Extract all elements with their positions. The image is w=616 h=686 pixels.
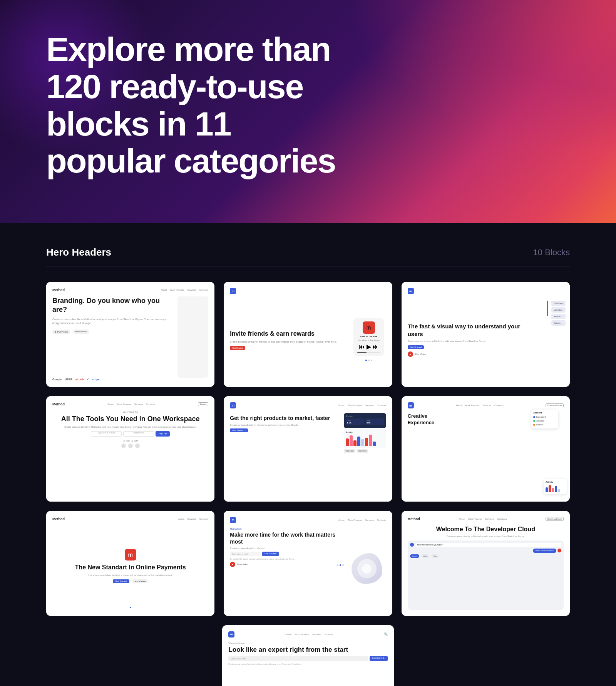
nav-link: About [285, 633, 291, 636]
block-card-workspace2[interactable]: m About Work Process Services Contacts 🔍… [222, 625, 393, 686]
email-input[interactable]: Type your e-mail [91, 431, 122, 437]
nav-link: About [161, 289, 167, 291]
social-row [52, 443, 208, 448]
card-content: The fast & visual way to understand your… [408, 299, 564, 381]
prev-icon[interactable]: ⏮ [359, 343, 365, 350]
account-label: Account [346, 415, 384, 417]
learn-more-btn[interactable]: Learn More [132, 579, 148, 583]
bar [552, 488, 554, 492]
mockup-bar: Reports [551, 320, 566, 326]
bar [558, 489, 560, 492]
card-inner: m Invite friends & earn rewards Create s… [224, 282, 392, 387]
block-card-creative[interactable]: m About Work Process Services Contacts D… [402, 396, 570, 501]
music-card: m Lost In The Fire SomeArtist In The Rep… [353, 318, 384, 356]
mini-logo-icon: m [232, 518, 234, 522]
small-label: Method 3.0 [230, 528, 343, 530]
block-card-payments[interactable]: Method About Services Contacts m The New… [46, 511, 214, 616]
activity-label: Activity [346, 431, 384, 433]
card-heading: Make more time for the work that matters… [230, 531, 343, 545]
mini-nav: Method About Work Process Services Conta… [52, 402, 208, 406]
search-area: 🔍 [384, 632, 388, 636]
next-icon[interactable]: ⏭ [373, 343, 379, 350]
bar [357, 437, 360, 446]
play-text: Play Video [237, 563, 248, 566]
card-heading: All The Tools You Need In One Workspace [52, 415, 208, 423]
get-started-btn[interactable]: Get Started [408, 345, 424, 349]
play-btn[interactable]: ▶ Play Video [52, 330, 70, 334]
block-card-make-time[interactable]: m About Work Process Services Contacts M… [224, 511, 392, 616]
card-content: WireFrame Kit All The Tools You Need In … [52, 411, 208, 450]
nav-link: Services [187, 289, 196, 291]
get-started-btn[interactable]: Get Started [230, 346, 245, 350]
m-logo: m [125, 549, 136, 561]
mini-nav-links: About Services Contacts [178, 518, 208, 520]
block-card-branding[interactable]: Method About Work Process Services Conta… [46, 282, 214, 387]
overlay-title: Account [533, 412, 556, 414]
play-icon[interactable]: ▶ [408, 351, 413, 357]
nav-link: Services [365, 404, 374, 407]
nav-link: About [456, 404, 462, 407]
blob-container [350, 551, 384, 586]
search-icon[interactable]: 🔍 [384, 632, 388, 636]
section-header: Hero Headers 10 Blocks [46, 246, 570, 258]
input-row: Type your e-mail Get Started › [228, 656, 387, 661]
label-chip: Total Views [357, 449, 368, 453]
quick-reply[interactable]: More [432, 554, 439, 558]
block-card-developer-cloud[interactable]: Method About Work Process Services Compa… [402, 511, 570, 616]
nav-link: Work Process [170, 289, 184, 291]
block-card-invite[interactable]: m Invite friends & earn rewards Create s… [224, 282, 392, 387]
music-subtitle: SomeArtist In The Report [358, 339, 379, 341]
nav-link: Services [482, 404, 491, 407]
dot-icon [533, 424, 535, 426]
right-col: Account Users 1.2K Sales 540 [344, 413, 386, 495]
get-started-btn[interactable]: Get Started [113, 579, 129, 583]
card-heading: Get the right products to market, faster [230, 415, 340, 422]
nav-link: Work Process [468, 518, 482, 520]
block-card-workspace[interactable]: Method About Work Process Services Conta… [46, 396, 214, 501]
dashboard-mock: Account Users 1.2K Sales 540 [344, 413, 386, 453]
nav-link: Contacts [146, 403, 155, 405]
mockup-bar: Chat Panel [551, 301, 566, 306]
logo-uber: UBER [65, 378, 72, 381]
mini-logo: Method [52, 517, 65, 521]
username-input[interactable]: Username [123, 431, 154, 437]
bar [555, 486, 557, 492]
dot [368, 360, 370, 361]
download-badge: Download Now [546, 403, 564, 407]
play-icon[interactable]: ▶ [367, 343, 371, 350]
activity-overlay: Activity [544, 479, 567, 494]
play-row: ▶ Play Video [230, 562, 343, 567]
list-item: Dashboard [533, 415, 556, 419]
play-text: Play Video [415, 353, 426, 355]
nav-link: Work Process [348, 519, 362, 521]
signup-btn[interactable]: Sign Up [156, 431, 170, 437]
quick-reply[interactable]: Support [410, 554, 419, 558]
nav-link: Services [312, 633, 321, 636]
quick-reply[interactable]: Billing [422, 554, 430, 558]
card-content: Website Design Look like an expert right… [228, 642, 387, 686]
social-icon-3[interactable] [135, 443, 140, 448]
card-heading: The fast & visual way to understand your… [408, 323, 521, 338]
get-started-btn[interactable]: Get Started [262, 552, 279, 556]
block-card-products[interactable]: m About Work Process Services Contacts G… [224, 396, 392, 501]
play-icon[interactable]: ▶ [230, 562, 235, 567]
read-more-btn[interactable]: Read More [73, 330, 89, 334]
mini-nav-links: About Work Process Services Company [459, 518, 507, 520]
mini-logo-icon: m [232, 289, 234, 293]
email-input[interactable]: Type your e-mail [228, 656, 368, 661]
social-icon-1[interactable] [121, 443, 126, 448]
card-desc: Create screens directly in Method or add… [52, 426, 208, 428]
block-card-analytics[interactable]: m The fast & visual way to understand yo… [402, 282, 570, 387]
logo-nike: ✓ [87, 378, 89, 381]
social-icon-2[interactable] [128, 443, 133, 448]
mockup-bar: Users List [551, 307, 566, 313]
nav-link: Work Process [348, 404, 362, 407]
get-started-btn[interactable]: Get Started › [230, 428, 248, 432]
input-row: Type your e-mail Get Started [230, 552, 343, 556]
get-started-btn[interactable]: Get Started › [370, 656, 387, 661]
card-desc: Create screens directly in Method or add… [408, 535, 564, 537]
bar [373, 442, 376, 446]
mini-nav: m [408, 288, 564, 294]
dot [342, 564, 344, 566]
email-input[interactable]: Type your e-mail [230, 552, 261, 556]
